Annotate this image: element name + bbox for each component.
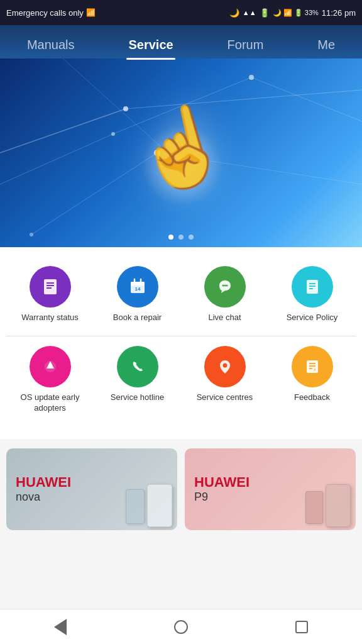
svg-point-12	[30, 233, 33, 236]
svg-point-25	[224, 285, 226, 287]
service-hotline-item[interactable]: Service hotline	[94, 340, 181, 420]
battery-icon: 🔋	[260, 8, 270, 18]
hero-banner: ☝️	[0, 58, 362, 247]
status-right: 🌙 ▲▲ 🔋 🌙 📶 🔋 33% 11:26 pm	[229, 8, 356, 18]
recents-button[interactable]	[289, 614, 314, 640]
hero-dot-3	[189, 235, 194, 240]
svg-point-26	[226, 285, 228, 287]
p9-huawei-label: HUAWEI	[194, 474, 250, 491]
feedback-item[interactable]: Feedback	[268, 340, 356, 420]
signal-icon: ▲▲	[243, 9, 256, 16]
product-section: HUAWEI nova HUAWEI P9	[0, 439, 362, 543]
nav-manuals[interactable]: Manuals	[14, 31, 87, 58]
os-update-item[interactable]: OS update early adopters	[6, 340, 94, 420]
book-repair-item[interactable]: 14 Book a repair	[94, 260, 181, 330]
nova-model-label: nova	[16, 491, 71, 504]
status-bar: Emergency calls only 📶 🌙 ▲▲ 🔋 🌙 📶 🔋 33% …	[0, 0, 362, 25]
top-navigation: Manuals Service Forum Me	[0, 25, 362, 58]
back-button[interactable]	[48, 614, 73, 640]
grid-row2: OS update early adopters Service hotline…	[6, 340, 356, 420]
book-repair-icon: 14	[117, 266, 158, 308]
feedback-icon	[292, 346, 333, 387]
nav-forum[interactable]: Forum	[215, 31, 277, 58]
bottom-navigation	[0, 609, 362, 644]
svg-text:14: 14	[134, 286, 140, 292]
svg-rect-19	[131, 282, 145, 286]
hero-dots	[168, 235, 194, 240]
service-centres-icon	[204, 346, 246, 387]
svg-point-10	[249, 75, 254, 80]
product-p9[interactable]: HUAWEI P9	[185, 448, 356, 530]
svg-line-1	[126, 90, 362, 109]
p9-brand: HUAWEI P9	[194, 474, 250, 504]
svg-point-33	[222, 363, 227, 367]
live-chat-icon	[204, 266, 246, 308]
grid-divider	[6, 336, 356, 336]
svg-rect-27	[307, 280, 318, 294]
moon-icon: 🌙	[229, 8, 239, 18]
service-hotline-label: Service hotline	[111, 392, 164, 403]
wifi-icon: 📶	[86, 8, 96, 17]
service-centres-item[interactable]: Service centres	[181, 340, 268, 420]
emergency-text: Emergency calls only	[6, 8, 84, 18]
live-chat-item[interactable]: Live chat	[181, 260, 268, 330]
nova-phone-illustration	[126, 484, 172, 527]
product-nova[interactable]: HUAWEI nova	[6, 448, 177, 530]
nav-me[interactable]: Me	[305, 31, 348, 58]
hero-dot-1	[168, 235, 173, 240]
book-repair-label: Book a repair	[113, 313, 162, 323]
os-update-icon	[30, 346, 71, 387]
status-left: Emergency calls only 📶	[6, 8, 96, 18]
svg-line-4	[251, 77, 362, 121]
svg-point-24	[222, 285, 224, 287]
service-policy-label: Service Policy	[287, 313, 338, 323]
time-display: 11:26 pm	[322, 8, 356, 18]
home-button[interactable]	[168, 614, 194, 640]
grid-row1: Warranty status 14 Book a repair Live ch…	[6, 260, 356, 330]
nav-service[interactable]: Service	[116, 31, 185, 58]
svg-rect-34	[307, 360, 318, 373]
svg-point-8	[123, 106, 128, 111]
warranty-status-icon	[30, 266, 71, 308]
service-grid: Warranty status 14 Book a repair Live ch…	[0, 247, 362, 439]
battery-percent: 🌙 📶 🔋 33%	[273, 9, 319, 17]
service-hotline-icon	[117, 346, 158, 387]
home-icon	[174, 620, 188, 634]
service-policy-item[interactable]: Service Policy	[268, 260, 356, 330]
feedback-label: Feedback	[294, 392, 330, 403]
hero-dot-2	[178, 235, 184, 240]
os-update-label: OS update early adopters	[9, 392, 90, 414]
p9-model-label: P9	[194, 491, 250, 504]
svg-rect-14	[44, 279, 57, 294]
back-icon	[54, 619, 67, 635]
nova-huawei-label: HUAWEI	[16, 474, 71, 491]
svg-point-9	[111, 132, 115, 136]
svg-line-0	[0, 109, 126, 153]
svg-line-2	[0, 134, 113, 184]
service-centres-label: Service centres	[197, 392, 253, 403]
service-policy-icon	[292, 266, 333, 308]
live-chat-label: Live chat	[208, 313, 241, 323]
nova-brand: HUAWEI nova	[16, 474, 71, 504]
warranty-status-item[interactable]: Warranty status	[6, 260, 94, 330]
recents-icon	[295, 621, 308, 633]
p9-phone-illustration	[305, 484, 351, 527]
warranty-status-label: Warranty status	[21, 313, 79, 323]
